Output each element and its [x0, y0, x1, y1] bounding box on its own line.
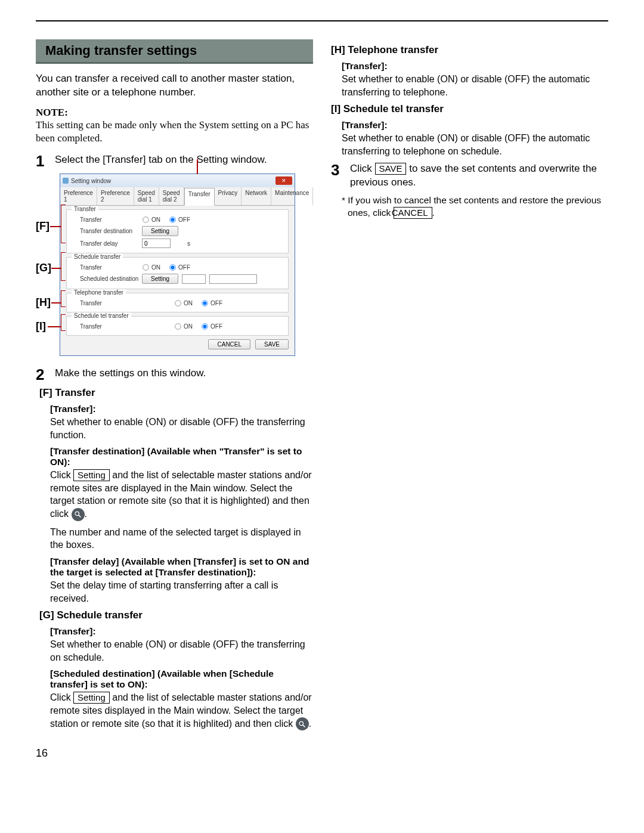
tab-privacy[interactable]: Privacy [215, 187, 242, 205]
transfer-delay-input[interactable] [142, 239, 171, 248]
label-transfer-destination: Transfer destination [72, 228, 142, 234]
callout-F: [F] [36, 220, 49, 233]
window-titlebar: Setting window ✕ [60, 174, 295, 187]
bracket-H [61, 290, 66, 307]
tab-transfer[interactable]: Transfer [184, 188, 215, 206]
radio-off-label: OFF [178, 216, 190, 223]
callout-H-line [51, 302, 61, 304]
radio-transfer-off[interactable]: OFF [169, 216, 190, 224]
radio-tel-off[interactable]: OFF [201, 299, 222, 307]
callout-G-line [51, 268, 61, 269]
F-dest-text2: The number and name of the selected targ… [50, 526, 313, 552]
label-scheduled-destination: Scheduled destination [72, 275, 142, 282]
radio-sched-tel-off[interactable]: OFF [201, 323, 222, 330]
callout-F-line [50, 226, 61, 227]
step-number-2: 2 [36, 367, 55, 382]
magnify-icon [72, 508, 85, 521]
subhead-G: [G] Schedule transfer [39, 609, 313, 621]
G-dest-text: Click Setting and the list of selectable… [50, 691, 313, 730]
I-transfer-label: [Transfer]: [342, 120, 608, 131]
svg-line-1 [79, 515, 81, 518]
setting-button[interactable]: Setting [142, 226, 178, 236]
radio-sched-tel-on[interactable]: ON [174, 323, 193, 330]
subhead-F: [F] Transfer [39, 387, 313, 399]
tab-network[interactable]: Network [242, 187, 271, 205]
group-transfer: Transfer Transfer ON OFF Transfer destin… [66, 209, 289, 253]
step-3-text: Click SAVE to save the set contents and … [350, 162, 608, 190]
group-telephone-transfer: Telephone transfer Transfer ON OFF [66, 293, 289, 312]
label-tel-transfer: Transfer [72, 300, 174, 306]
F-dest-label: [Transfer destination] (Available when "… [50, 446, 313, 467]
tab-bar: Preference 1 Preference 2 Speed dial 1 S… [60, 187, 295, 206]
note-label: NOTE: [36, 107, 313, 119]
F-transfer-label: [Transfer]: [50, 404, 313, 414]
tab-speeddial1[interactable]: Speed dial 1 [134, 187, 159, 205]
bracket-I [61, 314, 66, 331]
I-transfer-text: Set whether to enable (ON) or disable (O… [342, 132, 608, 157]
bracket-G [61, 252, 66, 281]
callout-I-line [48, 326, 61, 327]
group-schedule-transfer: Schedule transfer Transfer ON OFF Schedu… [66, 257, 289, 289]
H-transfer-text: Set whether to enable (ON) or disable (O… [342, 73, 608, 98]
svg-point-2 [299, 721, 304, 726]
tab-preference1[interactable]: Preference 1 [60, 187, 97, 205]
sched-dest-input1[interactable] [182, 274, 206, 284]
group-tel-legend: Telephone transfer [72, 289, 126, 296]
setting-inline-button: Setting [73, 469, 110, 481]
cancel-inline-button: CANCEL [394, 207, 432, 219]
radio-tel-on[interactable]: ON [174, 299, 193, 307]
setting-inline-button: Setting [73, 692, 110, 704]
step-number-3: 3 [331, 162, 350, 178]
F-delay-label: [Transfer delay] (Available when [Transf… [50, 556, 313, 578]
tab-preference2[interactable]: Preference 2 [97, 187, 134, 205]
text: . [85, 509, 87, 519]
F-delay-text: Set the delay time of starting transferr… [50, 579, 313, 605]
step-1-text: Select the [Transfer] tab on the Setting… [55, 153, 313, 167]
text: Click [50, 692, 73, 702]
subhead-H: [H] Telephone transfer [331, 44, 608, 56]
note-text: This setting can be made only when the S… [36, 119, 313, 145]
radio-schedule-on[interactable]: ON [142, 264, 160, 271]
radio-on-label: ON [184, 300, 193, 306]
setting-button[interactable]: Setting [142, 274, 178, 284]
group-transfer-legend: Transfer [72, 206, 98, 212]
label-schedule-transfer: Transfer [72, 264, 142, 271]
intro-text: You can transfer a received call to anot… [36, 72, 313, 100]
callout-H: [H] [36, 296, 51, 309]
callout-I: [I] [36, 320, 46, 333]
text: . [309, 719, 311, 729]
step-2-text: Make the settings on this window. [55, 367, 313, 380]
window-title: Setting window [71, 178, 275, 184]
radio-schedule-off[interactable]: OFF [169, 264, 190, 271]
magnify-icon [296, 717, 309, 730]
G-transfer-label: [Transfer]: [50, 626, 313, 637]
save-button[interactable]: SAVE [255, 339, 289, 349]
text: Click [50, 470, 73, 480]
callout-G: [G] [36, 262, 51, 274]
radio-transfer-on[interactable]: ON [142, 216, 160, 224]
label-transfer: Transfer [72, 216, 142, 223]
text: Click [350, 163, 375, 174]
radio-off-label: OFF [178, 264, 190, 271]
F-transfer-text: Set whether to enable (ON) or disable (O… [50, 416, 313, 441]
group-schedule-legend: Schedule transfer [72, 253, 123, 260]
section-heading: Making transfer settings [36, 39, 313, 64]
tab-speeddial2[interactable]: Speed dial 2 [159, 187, 184, 205]
sched-dest-input2[interactable] [209, 274, 257, 284]
label-sched-tel-transfer: Transfer [72, 323, 174, 330]
G-dest-label: [Scheduled destination] (Available when … [50, 668, 313, 690]
close-icon[interactable]: ✕ [275, 176, 292, 185]
page-number: 16 [36, 747, 608, 760]
app-icon [63, 178, 69, 184]
G-transfer-text: Set whether to enable (ON) or disable (O… [50, 638, 313, 664]
text: . [432, 208, 435, 218]
step-3-note: * If you wish to cancel the set contents… [348, 194, 608, 219]
radio-off-label: OFF [210, 323, 222, 330]
radio-on-label: ON [184, 323, 193, 330]
cancel-button[interactable]: CANCEL [208, 339, 250, 349]
group-sched-tel-legend: Schedule tel transfer [72, 312, 131, 319]
unit-seconds: s [187, 240, 190, 247]
tab-maintenance[interactable]: Maintenance [271, 187, 313, 205]
group-schedule-tel-transfer: Schedule tel transfer Transfer ON OFF [66, 316, 289, 336]
top-rule [36, 20, 608, 21]
